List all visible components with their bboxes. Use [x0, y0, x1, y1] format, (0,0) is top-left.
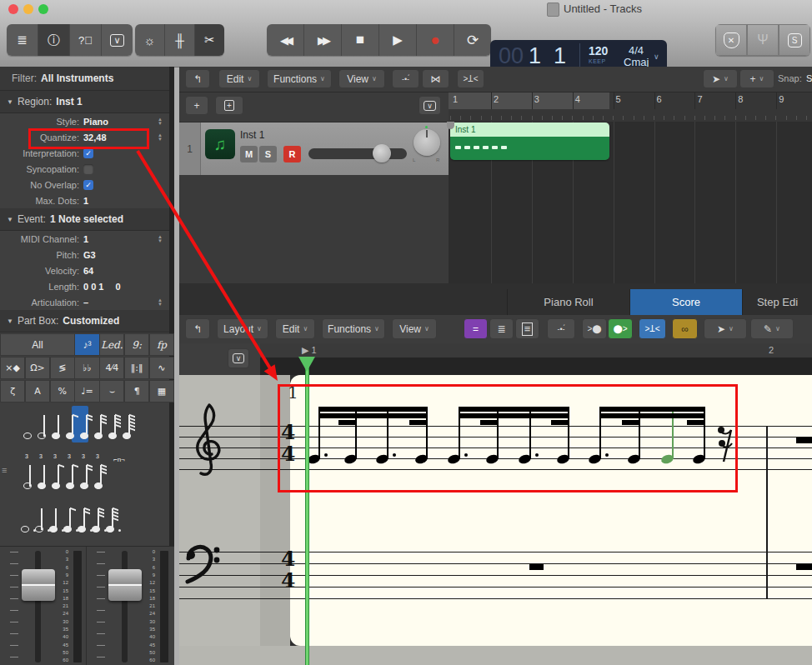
note-duration-icon[interactable] — [92, 504, 105, 532]
linear-view-button[interactable]: ≣ — [489, 318, 514, 339]
score-functions-menu[interactable]: Functions∨ — [322, 318, 385, 339]
tab-score[interactable]: Score — [629, 289, 742, 315]
score-layout-menu[interactable]: Layout∨ — [217, 318, 268, 339]
event-row-pitch[interactable]: Pitch:G3 — [0, 247, 169, 262]
add-track-button[interactable]: + — [185, 96, 208, 115]
midi-channel-stepper[interactable]: ▲▼ — [158, 235, 163, 243]
snap-value[interactable]: Smart — [806, 73, 812, 83]
score-options-button[interactable]: ∨ — [228, 348, 249, 368]
crosshair-tool-button[interactable]: +∨ — [739, 69, 774, 88]
note-duration-icon[interactable] — [23, 411, 37, 439]
event-row-midi-channel[interactable]: MIDI Channel:1▲▼ — [0, 231, 169, 247]
note-duration-icon[interactable] — [63, 504, 77, 532]
midi-region[interactable]: Inst 1 — [450, 122, 609, 160]
region-body[interactable] — [450, 137, 609, 160]
solo-button[interactable]: S — [259, 146, 277, 162]
forward-button[interactable]: ▶▶ — [304, 24, 342, 56]
stop-button[interactable]: ■ — [342, 24, 379, 56]
link-button[interactable]: ∞ — [672, 318, 698, 339]
pencil-tool-button[interactable]: ✎∨ — [750, 318, 794, 339]
region-header[interactable]: Inst 1 — [450, 122, 609, 137]
catch-playhead-button[interactable]: >Ʇ< — [639, 318, 666, 339]
automation-button[interactable]: -•-́ — [547, 318, 575, 339]
note-duration-icon[interactable] — [106, 504, 119, 532]
articulation-stepper[interactable]: ▲▼ — [158, 298, 163, 307]
master-solo-button[interactable]: S — [779, 24, 810, 56]
pan-knob[interactable] — [414, 129, 440, 156]
smart-controls-button[interactable]: ╫ — [165, 24, 195, 56]
event-row-velocity[interactable]: Velocity:64 — [0, 262, 169, 278]
style-value[interactable]: Piano — [83, 117, 108, 127]
note-duration-icon[interactable] — [94, 411, 108, 439]
region-row-syncopation[interactable]: Syncopation: — [0, 161, 169, 177]
playhead-head[interactable] — [298, 357, 315, 372]
volume-fader[interactable] — [22, 569, 55, 601]
note-duration-icon[interactable]: 3 — [52, 461, 65, 489]
help-button[interactable]: ?⃝ — [70, 24, 102, 56]
inspector-button[interactable]: ⓘ — [38, 24, 70, 56]
tuner-button[interactable]: ☼ — [135, 24, 165, 56]
score-playhead-ruler[interactable] — [260, 358, 812, 375]
note-duration-icon[interactable] — [80, 411, 93, 439]
pitch-value[interactable]: G3 — [83, 250, 96, 260]
noteheads-button[interactable]: ×◆ — [0, 357, 25, 379]
timesig-button[interactable]: 4⁄4 — [99, 357, 124, 379]
syncopation-checkbox[interactable] — [83, 164, 93, 174]
catch-playhead-button[interactable]: >Ʇ< — [457, 69, 484, 88]
track-name[interactable]: Inst 1 — [240, 129, 264, 141]
note-duration-icon[interactable] — [38, 411, 51, 439]
back-arrow-button[interactable]: ↰ — [185, 318, 210, 339]
tuplet-button[interactable]: ♪³ — [74, 333, 99, 356]
close-window-button[interactable] — [8, 4, 18, 14]
zoom-window-button[interactable] — [38, 4, 48, 14]
tracks-view-menu[interactable]: View∨ — [338, 69, 385, 88]
region-row-max-dots[interactable]: Max. Dots:1 — [0, 192, 169, 208]
note-duration-icon[interactable]: 3 — [23, 461, 37, 489]
master-tuning-button[interactable]: Ψ — [747, 24, 779, 56]
region-section-header[interactable]: ▼ Region: Inst 1 — [0, 91, 169, 113]
volume-slider[interactable] — [308, 148, 407, 159]
velocity-value[interactable]: 64 — [83, 266, 93, 276]
pointer-tool-button[interactable]: ➤∨ — [704, 318, 747, 339]
lcd-chevron-down-icon[interactable]: ∨ — [654, 52, 659, 61]
accents-button[interactable]: Ω> — [25, 357, 50, 379]
style-stepper[interactable]: ▲▼ — [158, 118, 163, 126]
flex-button[interactable]: ⋈ — [422, 69, 449, 88]
master-mute-button[interactable]: ✕ — [715, 24, 747, 56]
add-duplicate-track-button[interactable]: + — [215, 96, 243, 115]
max-dots-value[interactable]: 1 — [83, 196, 88, 206]
tab-piano-roll[interactable]: Piano Roll — [507, 289, 629, 315]
length-value[interactable]: 0 0 1 — [83, 282, 103, 292]
bar-ruler[interactable]: 123456789 — [449, 92, 812, 122]
tempo-button[interactable]: ♩= — [74, 380, 99, 402]
track-header-options-button[interactable]: ∨ — [419, 96, 441, 115]
panel-drag-handle[interactable]: ≡ — [2, 465, 7, 475]
articulation-value[interactable]: – — [83, 298, 88, 308]
interpretation-checkbox[interactable]: ✓ — [83, 148, 93, 158]
automation-button[interactable]: -•-́ — [392, 69, 419, 88]
volume-slider-knob[interactable] — [373, 144, 391, 162]
trills-button[interactable]: ∿ — [149, 357, 174, 379]
event-row-length[interactable]: Length:0 0 10 — [0, 278, 169, 294]
pedal-button[interactable]: Led. — [99, 333, 124, 356]
region-row-style[interactable]: Style:Piano▲▼ — [0, 113, 169, 129]
region-row-no-overlap[interactable]: No Overlap:✓ — [0, 177, 169, 192]
note-duration-icon[interactable] — [66, 411, 79, 439]
midi-channel-value[interactable]: 1 — [83, 234, 88, 244]
note-duration-icon[interactable] — [78, 504, 91, 532]
volume-fader[interactable] — [108, 569, 142, 601]
all-filter-button[interactable]: All — [0, 333, 75, 356]
toolbar-menu-button[interactable]: ∨ — [102, 24, 133, 56]
page-view-button[interactable]: ≡ — [515, 318, 539, 339]
play-button[interactable]: ▶ — [379, 24, 417, 56]
note-duration-icon[interactable]: 3 — [94, 461, 108, 489]
record-button[interactable]: ● — [417, 24, 454, 56]
rests-button[interactable]: ζ — [0, 380, 25, 402]
note-duration-icon[interactable]: 3 — [38, 461, 51, 489]
partbox-section-header[interactable]: ▼ Part Box: Customized — [0, 310, 169, 332]
view-mode-button[interactable]: = — [464, 318, 488, 339]
tracks-edit-menu[interactable]: Edit∨ — [218, 69, 260, 88]
tab-step-editor[interactable]: Step Edi — [742, 289, 812, 315]
pointer-tool-button[interactable]: ➤∨ — [703, 69, 738, 88]
record-enable-button[interactable]: R — [283, 146, 301, 162]
